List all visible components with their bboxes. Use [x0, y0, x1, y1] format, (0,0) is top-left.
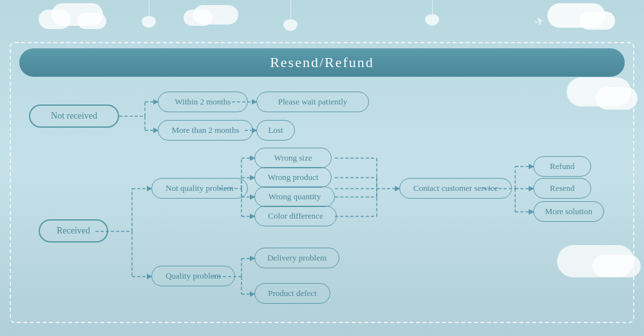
refund-node: Refund — [533, 156, 591, 177]
resend-node: Resend — [533, 178, 591, 199]
color-difference-node: Color difference — [254, 206, 337, 226]
not-quality-problem-node: Not quality problem — [151, 178, 248, 199]
delivery-problem-node: Delivery problem — [254, 248, 339, 268]
quality-problem-node: Quality problem — [151, 266, 235, 286]
contact-customer-service-node: Contact customer service — [399, 178, 512, 199]
page-title: Resend/Refund — [270, 54, 374, 71]
wrong-product-node: Wrong product — [254, 167, 332, 188]
lamp-1 — [142, 0, 156, 28]
diagram-area: Not received Within 2 months More than 2… — [19, 84, 625, 317]
wrong-quantity-node: Wrong quantity — [254, 186, 335, 207]
more-than-2-months-node: More than 2 months — [158, 120, 253, 141]
wrong-size-node: Wrong size — [254, 148, 332, 168]
not-received-node: Not received — [29, 104, 119, 128]
cloud-3 — [77, 13, 106, 29]
within-2-months-node: Within 2 months — [158, 92, 248, 112]
header-bar: Resend/Refund — [19, 48, 625, 77]
product-defect-node: Product defect — [254, 283, 330, 304]
cloud-5 — [184, 10, 213, 26]
received-node: Received — [39, 219, 108, 242]
lamp-2 — [283, 0, 298, 31]
lamp-3 — [425, 0, 439, 26]
lost-node: Lost — [256, 120, 295, 141]
please-wait-node: Please wait patiently — [256, 92, 369, 112]
cloud-2 — [39, 10, 71, 29]
more-solution-node: More solution — [533, 201, 604, 222]
cloud-7 — [580, 12, 615, 30]
